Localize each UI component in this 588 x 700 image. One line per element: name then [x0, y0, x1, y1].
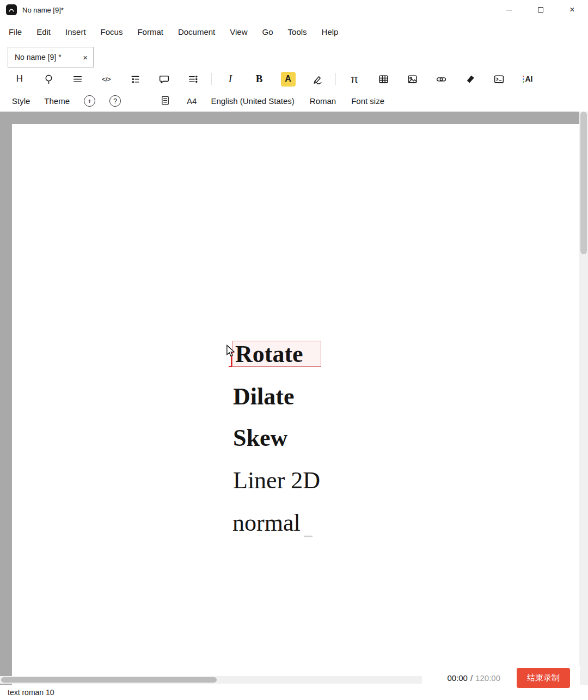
text-color-button[interactable]: A: [278, 70, 298, 88]
menu-insert[interactable]: Insert: [65, 27, 86, 36]
italic-icon: I: [229, 73, 232, 85]
doc-line-normal[interactable]: normal: [232, 510, 301, 536]
menu-help[interactable]: Help: [322, 27, 339, 36]
heading-icon: H: [16, 73, 23, 84]
window-title: No name [9]*: [22, 6, 64, 14]
list-button[interactable]: [67, 70, 88, 88]
bold-icon: B: [256, 73, 263, 85]
comment-icon: [158, 73, 170, 85]
recording-separator: /: [470, 673, 473, 683]
ink-pen-icon: [311, 73, 323, 85]
outline-button[interactable]: [125, 70, 145, 88]
maximize-button[interactable]: [525, 0, 556, 20]
menu-document[interactable]: Document: [178, 27, 215, 36]
font-size-dropdown[interactable]: Font size: [351, 96, 384, 106]
doc-line-liner-2d[interactable]: Liner 2D: [233, 468, 320, 494]
image-icon: [407, 73, 418, 85]
ai-button[interactable]: AI: [517, 70, 538, 88]
minimize-button[interactable]: [493, 0, 525, 20]
add-button[interactable]: +: [84, 95, 95, 107]
help-button[interactable]: ?: [109, 95, 121, 107]
highlight-color-icon: A: [281, 72, 296, 87]
heading-button[interactable]: H: [9, 70, 30, 88]
window-controls: ×: [493, 0, 588, 20]
code-icon: </>: [102, 75, 111, 83]
menubar: File Edit Insert Focus Format Document V…: [0, 20, 588, 44]
toolbar-separator: [335, 73, 336, 85]
menu-focus[interactable]: Focus: [101, 27, 123, 36]
toolbar-secondary: Style Theme + ? A4 English (United State…: [0, 90, 588, 112]
table-button[interactable]: [373, 70, 394, 88]
ai-icon: AI: [523, 75, 533, 83]
list-description-button[interactable]: [182, 70, 203, 88]
document-area: Rotate Dilate Skew Liner 2D normal: [0, 112, 588, 685]
statusbar-mode: text roman 10: [8, 688, 54, 697]
vertical-scrollbar-thumb[interactable]: [580, 112, 587, 254]
toolbar-separator: [211, 73, 212, 85]
paper-size-dropdown[interactable]: A4: [187, 96, 197, 106]
app-logo-icon: [6, 4, 17, 15]
doc-line-dilate[interactable]: Dilate: [233, 384, 294, 410]
page-icon: [160, 95, 170, 106]
menu-edit[interactable]: Edit: [36, 27, 51, 36]
ai-dots-icon: [523, 76, 524, 83]
font-family-dropdown[interactable]: Roman: [310, 96, 336, 106]
menu-file[interactable]: File: [9, 27, 22, 36]
menu-go[interactable]: Go: [262, 27, 273, 36]
minimize-icon: [506, 10, 512, 10]
page-canvas[interactable]: Rotate Dilate Skew Liner 2D normal: [12, 124, 579, 685]
menu-tools[interactable]: Tools: [288, 27, 307, 36]
menu-view[interactable]: View: [230, 27, 247, 36]
ink-button[interactable]: [307, 70, 327, 88]
comment-button[interactable]: [154, 70, 174, 88]
doc-line-skew[interactable]: Skew: [233, 425, 287, 451]
recording-elapsed: 00:00: [447, 673, 468, 683]
anchor-button[interactable]: [38, 70, 59, 88]
link-icon: [436, 73, 447, 85]
end-of-text-marker: [304, 536, 313, 537]
tab-close-icon[interactable]: ×: [83, 53, 88, 62]
language-dropdown[interactable]: English (United States): [211, 96, 294, 106]
tab-label: No name [9] *: [15, 53, 62, 62]
math-pi-icon: π: [351, 73, 358, 85]
maximize-icon: [538, 7, 543, 13]
eraser-icon: [464, 73, 476, 85]
titlebar: No name [9]* ×: [0, 0, 588, 20]
table-icon: [378, 73, 389, 85]
image-button[interactable]: [402, 70, 422, 88]
close-button[interactable]: ×: [556, 0, 588, 20]
italic-button[interactable]: I: [220, 70, 241, 88]
eraser-button[interactable]: [460, 70, 480, 88]
style-dropdown[interactable]: Style: [12, 96, 30, 106]
theme-dropdown[interactable]: Theme: [44, 96, 70, 106]
tab-document[interactable]: No name [9] * ×: [8, 47, 94, 67]
recording-total: 120:00: [475, 673, 500, 683]
terminal-icon: [493, 73, 505, 85]
code-button[interactable]: </>: [96, 70, 117, 88]
plus-icon: +: [88, 97, 92, 105]
bold-button[interactable]: B: [249, 70, 270, 88]
anchor-pin-icon: [43, 73, 54, 85]
recording-timer: 00:00 / 120:00: [447, 673, 500, 683]
page-layout-button[interactable]: [160, 95, 170, 107]
mouse-cursor-icon: [226, 345, 236, 357]
list-dots-icon: [187, 73, 199, 85]
hamburger-icon: [72, 73, 83, 85]
stop-recording-button[interactable]: 结束录制: [517, 668, 570, 688]
math-button[interactable]: π: [344, 70, 365, 88]
terminal-button[interactable]: [488, 70, 509, 88]
vertical-scrollbar[interactable]: [579, 112, 588, 685]
link-button[interactable]: [431, 70, 451, 88]
recording-panel: 00:00 / 120:00 结束录制: [422, 666, 580, 689]
outline-tree-icon: [130, 73, 141, 85]
menu-format[interactable]: Format: [137, 27, 163, 36]
doc-line-rotate[interactable]: Rotate: [235, 341, 303, 367]
horizontal-scrollbar-thumb[interactable]: [1, 677, 217, 683]
tab-bar: No name [9] * ×: [0, 44, 588, 67]
question-icon: ?: [113, 97, 117, 105]
toolbar-primary: H </> I B A π AI: [0, 67, 588, 90]
